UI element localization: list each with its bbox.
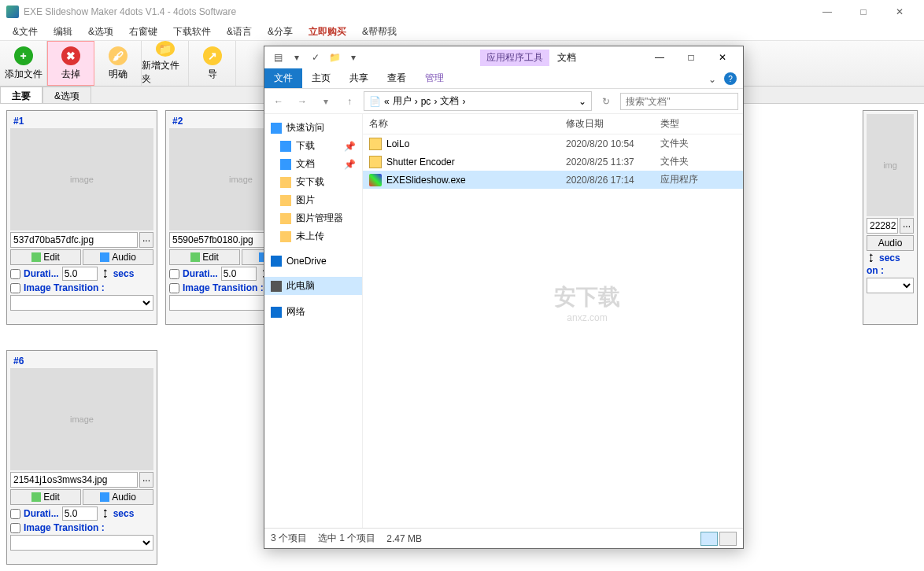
refresh-button[interactable]: ↻ [597,92,615,111]
audio-button[interactable]: Audio [83,489,153,505]
add-file-button[interactable]: +添加文件 [0,41,47,86]
search-input[interactable] [620,93,738,110]
ribbon-expand-icon[interactable]: ⌄ [704,71,721,88]
nav-picmanager[interactable]: 图片管理器 [264,209,362,227]
explorer-title: 文档 [557,51,576,64]
ribbon-tab-manage[interactable]: 管理 [416,68,453,88]
explorer-close[interactable]: ✕ [707,48,738,67]
ribbon-tab-home[interactable]: 主页 [302,68,340,88]
file-row[interactable]: Shutter Encoder 2020/8/25 11:37 文件夹 [363,153,743,171]
transition-select[interactable] [10,295,153,311]
menu-edit[interactable]: 编辑 [46,24,80,40]
browse-button[interactable]: ... [139,232,153,248]
folder-icon: 📄 [369,96,381,107]
duration-spinner[interactable] [62,507,98,521]
transition-checkbox[interactable] [10,523,20,533]
slide-card-1: #1 image 537d70ba57dfc.jpg... EditAudio … [6,110,157,325]
menu-help[interactable]: &帮帮我 [354,24,405,40]
clear-button[interactable]: 🖌明确 [94,41,142,86]
duration-checkbox[interactable] [10,509,20,519]
breadcrumb[interactable]: 📄 « 用户› pc› 文档› ⌄ [364,91,592,111]
edit-button[interactable]: Edit [10,249,81,265]
nav-downloads[interactable]: 下载📌 [264,137,362,155]
audio-button[interactable]: Audio [83,249,153,265]
slide-card-6: #6 image 21541j1os3mws34.jpg... EditAudi… [6,350,157,565]
slide-number: #1 [10,114,153,128]
col-name[interactable]: 名称 [369,117,566,131]
nav-onedrive[interactable]: OneDrive [264,253,362,269]
nav-history-dropdown[interactable]: ▾ [316,92,335,111]
qat-folder-icon[interactable]: 📁 [326,49,343,66]
nav-back-button[interactable]: ← [269,92,288,111]
nav-up-button[interactable]: ↑ [340,92,359,111]
slide-thumbnail[interactable]: image [10,128,153,230]
browse-button[interactable]: ... [900,218,914,234]
qat-dropdown2[interactable]: ▾ [345,49,362,66]
audio-icon [100,252,109,262]
new-folder-button[interactable]: 📁新增文件 夹 [142,41,189,86]
nav-forward-button[interactable]: → [293,92,312,111]
qat-dropdown[interactable]: ▾ [288,49,305,66]
view-icons-button[interactable] [719,532,737,546]
nav-network[interactable]: 网络 [264,303,362,321]
export-icon: ↗ [203,46,222,65]
explorer-statusbar: 3 个项目 选中 1 个项目 2.47 MB [264,528,743,548]
context-tab[interactable]: 应用程序工具 [480,50,549,66]
ribbon-tab-view[interactable]: 查看 [378,68,416,88]
filename-field[interactable]: 537d70ba57dfc.jpg [10,232,138,248]
transition-checkbox[interactable] [169,283,179,293]
explorer-maximize[interactable]: □ [675,48,707,67]
maximize-button[interactable]: □ [845,0,881,24]
edit-button[interactable]: Edit [10,489,81,505]
explorer-minimize[interactable]: — [644,48,675,67]
filename-field[interactable]: 22282 [867,218,898,234]
ribbon-tab-file[interactable]: 文件 [264,68,302,88]
menu-language[interactable]: &语言 [219,24,260,40]
tab-main[interactable]: 主要 [0,87,43,103]
menu-download[interactable]: 下载软件 [165,24,219,40]
duration-checkbox[interactable] [10,269,20,279]
minimize-button[interactable]: — [809,0,845,24]
tab-options[interactable]: &选项 [43,87,91,103]
menu-buynow[interactable]: 立即购买 [301,24,354,40]
file-row[interactable]: LoiLo 2020/8/20 10:54 文件夹 [363,134,743,153]
menu-rightpane[interactable]: 右窗键 [121,24,165,40]
file-row-selected[interactable]: EXESlideshow.exe 2020/8/26 17:14 应用程序 [363,171,743,189]
explorer-ribbon: 文件 主页 共享 查看 管理 ⌄ ? [264,68,743,89]
edit-icon [31,492,41,502]
col-date[interactable]: 修改日期 [566,117,660,131]
view-details-button[interactable] [700,532,718,546]
help-icon[interactable]: ? [724,72,737,85]
qat-properties-icon[interactable]: ▤ [269,49,286,66]
nav-documents[interactable]: 文档📌 [264,155,362,173]
export-button[interactable]: ↗导 [189,41,236,86]
close-button[interactable]: ✕ [881,0,918,24]
filename-field[interactable]: 21541j1os3mws34.jpg [10,472,138,488]
duration-spinner[interactable] [62,267,98,281]
nav-anxiazai[interactable]: 安下载 [264,173,362,191]
duration-checkbox[interactable] [169,269,179,279]
transition-select[interactable] [867,278,914,293]
remove-button[interactable]: ✖去掉 [47,41,94,86]
nav-thispc[interactable]: 此电脑 [264,277,362,295]
nav-quick-access[interactable]: 快速访问 [264,119,362,137]
browse-button[interactable]: ... [139,472,153,488]
selection-size: 2.47 MB [386,533,422,544]
audio-button[interactable]: Audio [867,235,914,251]
nav-pictures[interactable]: 图片 [264,191,362,209]
col-type[interactable]: 类型 [660,117,737,131]
plus-icon: + [14,46,33,65]
slide-thumbnail[interactable]: img [867,114,914,216]
transition-select[interactable] [10,535,153,551]
qat-new-icon[interactable]: ✓ [307,49,324,66]
nav-notuploaded[interactable]: 未上传 [264,227,362,245]
slide-thumbnail[interactable]: image [10,368,153,470]
menu-share[interactable]: &分享 [260,24,301,40]
duration-spinner[interactable] [221,267,257,281]
ribbon-tab-share[interactable]: 共享 [340,68,378,88]
transition-checkbox[interactable] [10,283,20,293]
edit-button[interactable]: Edit [169,249,240,265]
menu-file[interactable]: &文件 [5,24,46,40]
clear-icon: 🖌 [109,46,128,65]
menu-options[interactable]: &选项 [80,24,121,40]
